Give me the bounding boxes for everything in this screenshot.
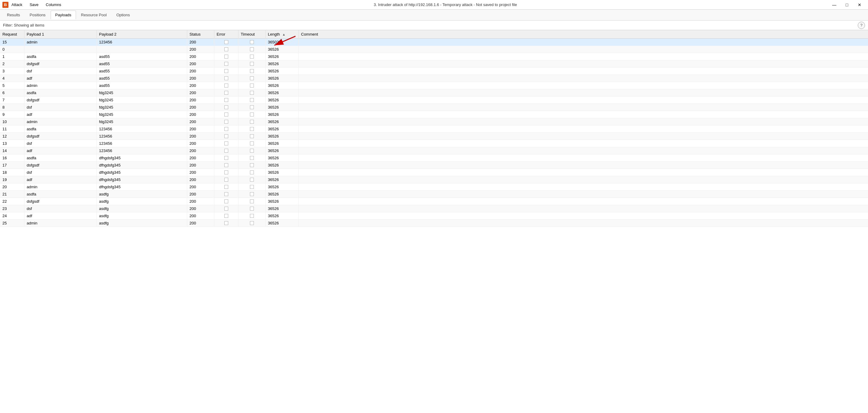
menu-save[interactable]: Save xyxy=(28,2,40,7)
table-row[interactable]: 17dsfgsdfdfhgdsfg34520036526 xyxy=(0,162,868,169)
tab-payloads[interactable]: Payloads xyxy=(51,10,76,19)
cell-error[interactable] xyxy=(214,125,238,133)
cell-error[interactable] xyxy=(214,118,238,125)
col-header-length[interactable]: Length ▲ xyxy=(265,30,299,39)
cell-timeout[interactable] xyxy=(238,75,265,82)
cell-error[interactable] xyxy=(214,198,238,205)
cell-error[interactable] xyxy=(214,75,238,82)
maximize-button[interactable]: □ xyxy=(841,1,853,9)
cell-timeout[interactable] xyxy=(238,162,265,169)
cell-timeout[interactable] xyxy=(238,205,265,212)
cell-timeout[interactable] xyxy=(238,125,265,133)
cell-timeout[interactable] xyxy=(238,39,265,46)
minimize-button[interactable]: — xyxy=(828,1,840,9)
cell-timeout[interactable] xyxy=(238,111,265,118)
col-header-payload1[interactable]: Payload 1 xyxy=(24,30,96,39)
cell-timeout[interactable] xyxy=(238,140,265,147)
table-row[interactable]: 2dsfgsdfasd5520036526 xyxy=(0,60,868,67)
table-row[interactable]: 10adminfdg324520036526 xyxy=(0,118,868,125)
table-row[interactable]: 12dsfgsdf12345620036526 xyxy=(0,133,868,140)
cell-timeout[interactable] xyxy=(238,104,265,111)
cell-error[interactable] xyxy=(214,212,238,219)
table-row[interactable]: 25adminasdfg20036526 xyxy=(0,219,868,227)
cell-error[interactable] xyxy=(214,111,238,118)
table-row[interactable]: 7dsfgsdffdg324520036526 xyxy=(0,96,868,104)
cell-error[interactable] xyxy=(214,154,238,162)
cell-error[interactable] xyxy=(214,60,238,67)
table-row[interactable]: 14adf12345620036526 xyxy=(0,147,868,154)
cell-error[interactable] xyxy=(214,39,238,46)
cell-error[interactable] xyxy=(214,147,238,154)
cell-timeout[interactable] xyxy=(238,219,265,227)
cell-error[interactable] xyxy=(214,67,238,75)
table-row[interactable]: 22dsfgsdfasdfg20036526 xyxy=(0,198,868,205)
cell-timeout[interactable] xyxy=(238,147,265,154)
cell-error[interactable] xyxy=(214,133,238,140)
help-button[interactable]: ? xyxy=(858,22,865,29)
table-row[interactable]: 5adminasd5520036526 xyxy=(0,82,868,89)
table-row[interactable]: 1asdfaasd5520036526 xyxy=(0,53,868,60)
cell-timeout[interactable] xyxy=(238,118,265,125)
table-row[interactable]: 18dsfdfhgdsfg34520036526 xyxy=(0,169,868,176)
table-row[interactable]: 9adffdg324520036526 xyxy=(0,111,868,118)
cell-timeout[interactable] xyxy=(238,89,265,96)
cell-error[interactable] xyxy=(214,96,238,104)
tab-results[interactable]: Results xyxy=(2,10,24,19)
cell-timeout[interactable] xyxy=(238,176,265,183)
col-header-payload2[interactable]: Payload 2 xyxy=(96,30,187,39)
cell-timeout[interactable] xyxy=(238,169,265,176)
table-row[interactable]: 13dsf12345620036526 xyxy=(0,140,868,147)
table-row[interactable]: 16asdfadfhgdsfg34520036526 xyxy=(0,154,868,162)
cell-length: 36526 xyxy=(265,219,299,227)
table-row[interactable]: 8dsffdg324520036526 xyxy=(0,104,868,111)
col-header-request[interactable]: Request xyxy=(0,30,24,39)
close-button[interactable]: ✕ xyxy=(854,1,866,9)
results-table-container[interactable]: Request Payload 1 Payload 2 Status Error… xyxy=(0,30,868,413)
table-row[interactable]: 24adfasdfg20036526 xyxy=(0,212,868,219)
menu-columns[interactable]: Columns xyxy=(44,2,62,7)
table-row[interactable]: 4adfasd5520036526 xyxy=(0,75,868,82)
cell-timeout[interactable] xyxy=(238,212,265,219)
cell-error[interactable] xyxy=(214,205,238,212)
cell-timeout[interactable] xyxy=(238,96,265,104)
cell-error[interactable] xyxy=(214,183,238,191)
cell-error[interactable] xyxy=(214,53,238,60)
cell-error[interactable] xyxy=(214,191,238,198)
cell-timeout[interactable] xyxy=(238,183,265,191)
table-row[interactable]: 3dsfasd5520036526 xyxy=(0,67,868,75)
cell-error[interactable] xyxy=(214,169,238,176)
cell-error[interactable] xyxy=(214,140,238,147)
tab-options[interactable]: Options xyxy=(112,10,134,19)
cell-timeout[interactable] xyxy=(238,133,265,140)
table-row[interactable]: 21asdfaasdfg20036526 xyxy=(0,191,868,198)
cell-timeout[interactable] xyxy=(238,82,265,89)
col-header-comment[interactable]: Comment xyxy=(299,30,868,39)
cell-timeout[interactable] xyxy=(238,46,265,53)
table-row[interactable]: 020036526 xyxy=(0,46,868,53)
cell-error[interactable] xyxy=(214,104,238,111)
menu-attack[interactable]: Attack xyxy=(10,2,24,7)
col-header-error[interactable]: Error xyxy=(214,30,238,39)
table-row[interactable]: 11asdfa12345620036526 xyxy=(0,125,868,133)
table-row[interactable]: 6asdfafdg324520036526 xyxy=(0,89,868,96)
table-row[interactable]: 20admindfhgdsfg34520036526 xyxy=(0,183,868,191)
cell-timeout[interactable] xyxy=(238,53,265,60)
col-header-timeout[interactable]: Timeout xyxy=(238,30,265,39)
cell-error[interactable] xyxy=(214,219,238,227)
cell-timeout[interactable] xyxy=(238,191,265,198)
table-row[interactable]: 15admin12345620036502 xyxy=(0,39,868,46)
table-row[interactable]: 19adfdfhgdsfg34520036526 xyxy=(0,176,868,183)
col-header-status[interactable]: Status xyxy=(187,30,214,39)
cell-error[interactable] xyxy=(214,176,238,183)
cell-timeout[interactable] xyxy=(238,60,265,67)
cell-timeout[interactable] xyxy=(238,154,265,162)
cell-error[interactable] xyxy=(214,89,238,96)
cell-error[interactable] xyxy=(214,46,238,53)
cell-timeout[interactable] xyxy=(238,67,265,75)
cell-error[interactable] xyxy=(214,82,238,89)
tab-positions[interactable]: Positions xyxy=(25,10,50,19)
tab-resource-pool[interactable]: Resource Pool xyxy=(76,10,111,19)
cell-timeout[interactable] xyxy=(238,198,265,205)
table-row[interactable]: 23dsfasdfg20036526 xyxy=(0,205,868,212)
cell-error[interactable] xyxy=(214,162,238,169)
